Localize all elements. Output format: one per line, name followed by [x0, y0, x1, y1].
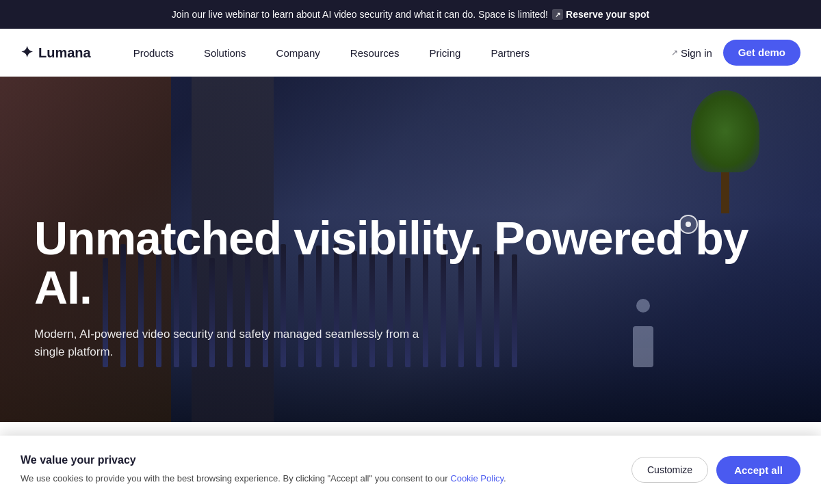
- banner-text: Join our live webinar to learn about AI …: [172, 9, 548, 20]
- nav-links: Products Solutions Company Resources Pri…: [118, 47, 671, 59]
- nav-item-resources[interactable]: Resources: [335, 47, 415, 59]
- customize-button[interactable]: Customize: [631, 457, 708, 483]
- sign-in-button[interactable]: ↗ Sign in: [671, 47, 712, 59]
- tree-crown: [691, 90, 759, 172]
- nav-item-pricing[interactable]: Pricing: [415, 47, 476, 59]
- logo-star-icon: ✦: [21, 44, 33, 62]
- cookie-banner: We value your privacy We use cookies to …: [0, 436, 821, 504]
- nav-actions: ↗ Sign in Get demo: [671, 40, 800, 66]
- announcement-banner: Join our live webinar to learn about AI …: [0, 0, 821, 29]
- hero-title: Unmatched visibility. Powered by AI.: [34, 214, 787, 312]
- main-navbar: ✦ Lumana Products Solutions Company Reso…: [0, 29, 821, 77]
- nav-item-solutions[interactable]: Solutions: [189, 47, 261, 59]
- cookie-actions: Customize Accept all: [631, 456, 800, 484]
- external-link-icon: ↗: [552, 9, 563, 20]
- reserve-spot-link[interactable]: ↗ Reserve your spot: [552, 9, 649, 20]
- logo[interactable]: ✦ Lumana: [21, 44, 91, 62]
- reserve-spot-label: Reserve your spot: [566, 9, 649, 20]
- cookie-text-block: We value your privacy We use cookies to …: [21, 454, 534, 486]
- cookie-policy-link[interactable]: Cookie Policy: [450, 473, 504, 483]
- tree-trunk: [721, 172, 729, 213]
- sign-in-label: Sign in: [681, 47, 712, 59]
- accept-all-button[interactable]: Accept all: [716, 456, 800, 484]
- nav-item-partners[interactable]: Partners: [475, 47, 545, 59]
- get-demo-button[interactable]: Get demo: [723, 40, 800, 66]
- nav-item-products[interactable]: Products: [118, 47, 189, 59]
- tree: [684, 90, 766, 213]
- cookie-title: We value your privacy: [21, 454, 534, 466]
- hero-subtitle: Modern, AI-powered video security and sa…: [34, 326, 445, 360]
- hero-section: Unmatched visibility. Powered by AI. Mod…: [0, 77, 821, 422]
- cookie-desc-before: We use cookies to provide you with the b…: [21, 473, 450, 483]
- logo-text: Lumana: [38, 45, 91, 61]
- cookie-desc-after: .: [504, 473, 506, 483]
- external-link-icon: ↗: [671, 48, 678, 57]
- hero-content: Unmatched visibility. Powered by AI. Mod…: [34, 214, 787, 381]
- nav-item-company[interactable]: Company: [261, 47, 335, 59]
- cookie-description: We use cookies to provide you with the b…: [21, 472, 534, 486]
